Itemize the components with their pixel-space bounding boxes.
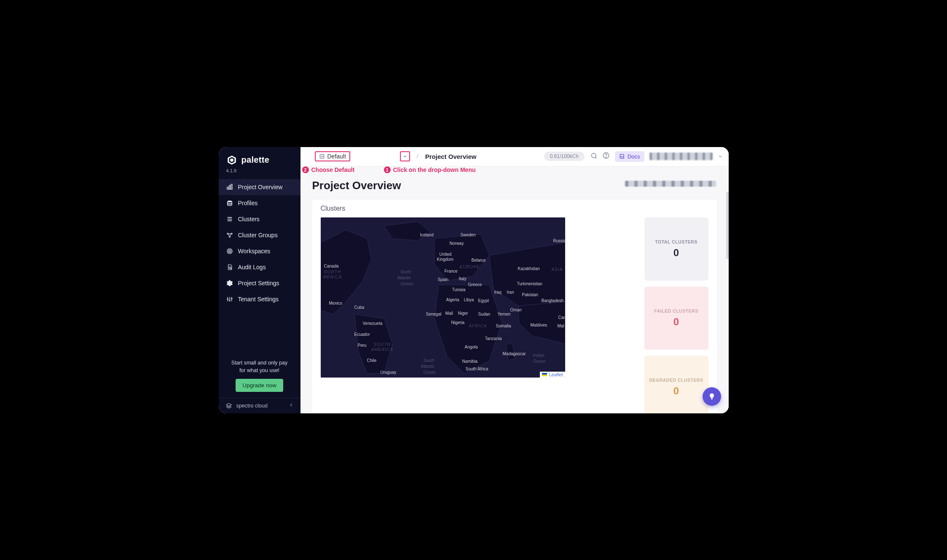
leaflet-text: Leaflet <box>549 372 563 377</box>
scrollbar[interactable] <box>726 192 729 259</box>
map-country-label: Pakistan <box>522 292 538 297</box>
sidebar-item-audit-logs[interactable]: Audit Logs <box>219 259 300 275</box>
spectrocloud-logo-icon <box>225 402 232 409</box>
map-country-label: Belarus <box>472 258 486 263</box>
map-region-label: MERICA <box>323 275 342 279</box>
map-country-label: Nigeria <box>451 320 465 325</box>
map-country-label: Senegal <box>426 312 442 316</box>
sidebar-footer: spectro cloud <box>219 398 300 413</box>
project-selector[interactable]: Default <box>315 151 350 161</box>
map-country-label: Iraq <box>494 290 502 295</box>
map-attribution[interactable]: Leaflet <box>540 372 565 378</box>
promo-line-2: for what you use! <box>225 367 295 374</box>
map-country-label: Tanzania <box>485 336 502 341</box>
clusters-heading: Clusters <box>321 200 619 217</box>
help-fab[interactable] <box>703 387 721 406</box>
sidebar-item-label: Project Settings <box>238 280 279 287</box>
cluster-stats: TOTAL CLUSTERS 0 FAILED CLUSTERS 0 DEGRA… <box>644 200 708 413</box>
map-country-label: Kingdom <box>437 257 453 262</box>
map-country-label: Iceland <box>420 233 434 237</box>
map-region-label: AMERICA <box>371 347 394 352</box>
map-region-label: EUROPE <box>460 265 480 269</box>
breadcrumb-title: Project Overview <box>425 153 477 160</box>
lightbulb-icon <box>708 392 716 401</box>
map-country-label: Car <box>558 315 565 320</box>
svg-point-14 <box>227 298 228 300</box>
map-country-label: Iran <box>507 290 514 295</box>
svg-point-3 <box>227 201 232 202</box>
map-country-label: Uruguay <box>381 370 397 375</box>
stat-label: DEGRADED CLUSTERS <box>649 378 703 383</box>
map-country-label: Turkmenistan <box>517 281 542 286</box>
sidebar-nav: Project Overview Profiles Clusters <box>219 179 300 307</box>
logo: palette <box>219 147 300 168</box>
footer-brand-text: spectro cloud <box>236 403 268 409</box>
user-info-redacted <box>649 153 713 160</box>
svg-rect-0 <box>227 187 228 189</box>
docs-label: Docs <box>628 153 640 160</box>
map-country-label: Italy <box>459 276 467 281</box>
svg-point-12 <box>229 251 230 252</box>
stack-icon <box>226 200 233 206</box>
map-region-label: Ocean <box>424 370 436 375</box>
sidebar-item-label: Workspaces <box>238 248 271 255</box>
clusters-map[interactable]: IcelandSwedenNorwayRussiaUnitedKingdomBe… <box>321 217 565 378</box>
chevron-down-icon[interactable] <box>718 154 723 159</box>
chevron-down-icon <box>402 154 408 159</box>
map-country-label: Niger <box>458 311 468 316</box>
stat-failed-clusters: FAILED CLUSTERS 0 <box>644 287 708 350</box>
map-region-label: South <box>424 358 435 363</box>
map-country-label: South Africa <box>466 367 488 371</box>
sidebar-item-project-overview[interactable]: Project Overview <box>219 179 300 195</box>
sidebar-item-profiles[interactable]: Profiles <box>219 195 300 211</box>
stat-value: 0 <box>673 316 679 328</box>
app-window: palette 4.1.9 Project Overview Profiles <box>219 147 729 413</box>
map-country-label: Greece <box>468 282 482 287</box>
sidebar-item-project-settings[interactable]: Project Settings <box>219 275 300 291</box>
chat-icon[interactable] <box>590 152 597 161</box>
sidebar-item-label: Project Overview <box>238 184 283 190</box>
project-name: Default <box>327 153 346 160</box>
map-country-label: Namibia <box>462 359 478 364</box>
page-content: Project Overview Clusters <box>300 166 729 413</box>
timestamp-redacted <box>625 181 716 187</box>
main-area: Default / Project Overview 0.61/100kCh <box>300 147 729 413</box>
sidebar-item-cluster-groups[interactable]: Cluster Groups <box>219 227 300 243</box>
map-region-label: North <box>401 270 411 274</box>
stat-value: 0 <box>673 247 679 259</box>
map-country-label: Mal <box>558 324 564 328</box>
version-label: 4.1.9 <box>219 168 300 179</box>
map-country-label: Oman <box>510 308 522 312</box>
chart-icon <box>319 153 325 159</box>
list-icon <box>226 216 233 222</box>
map-country-label: Yemen <box>498 312 511 316</box>
sidebar-item-tenant-settings[interactable]: Tenant Settings <box>219 291 300 307</box>
svg-point-16 <box>231 298 232 299</box>
ukraine-flag-icon <box>542 373 547 376</box>
sidebar-item-label: Profiles <box>238 200 258 206</box>
map-country-label: Libya <box>464 297 474 302</box>
sidebar-item-clusters[interactable]: Clusters <box>219 211 300 227</box>
map-country-label: Tunisia <box>452 287 466 292</box>
nodes-icon <box>226 232 233 238</box>
collapse-sidebar-icon[interactable] <box>289 402 294 409</box>
stat-degraded-clusters: DEGRADED CLUSTERS 0 <box>644 356 708 413</box>
svg-rect-2 <box>231 184 232 189</box>
file-search-icon <box>226 264 233 271</box>
palette-logo-icon <box>226 155 237 166</box>
sidebar-item-label: Cluster Groups <box>238 232 278 238</box>
upgrade-promo: Start small and only pay for what you us… <box>219 359 300 397</box>
help-icon[interactable] <box>602 152 610 161</box>
sidebar: palette 4.1.9 Project Overview Profiles <box>219 147 300 413</box>
docs-button[interactable]: Docs <box>615 151 644 162</box>
map-country-label: Algeria <box>446 297 459 302</box>
map-country-label: Norway <box>450 241 464 246</box>
chart-bar-icon <box>226 184 233 190</box>
breadcrumb-separator: / <box>417 153 419 160</box>
quota-badge: 0.61/100kCh <box>544 152 585 161</box>
project-dropdown-toggle[interactable] <box>400 151 410 161</box>
world-map-svg <box>321 217 565 378</box>
upgrade-button[interactable]: Upgrade now <box>236 379 283 392</box>
sidebar-item-workspaces[interactable]: Workspaces <box>219 243 300 259</box>
map-country-label: Russia <box>553 238 565 243</box>
